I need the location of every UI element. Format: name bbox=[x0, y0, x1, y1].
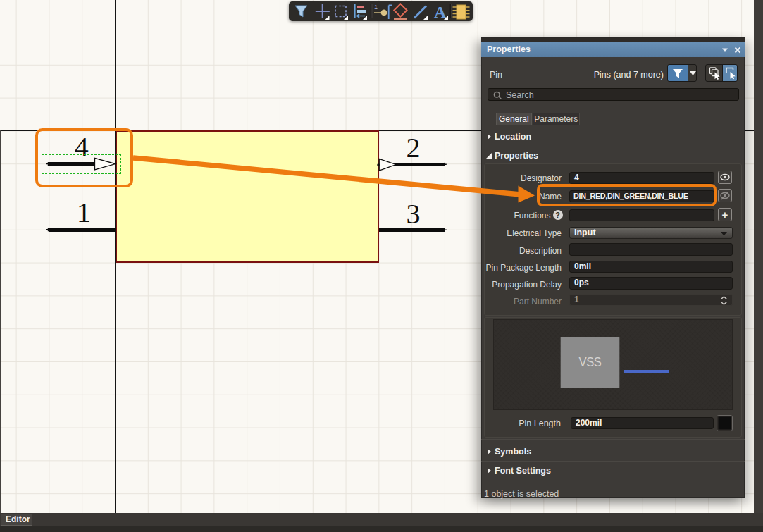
svg-text:A: A bbox=[434, 3, 447, 21]
svg-text:1: 1 bbox=[374, 4, 378, 11]
